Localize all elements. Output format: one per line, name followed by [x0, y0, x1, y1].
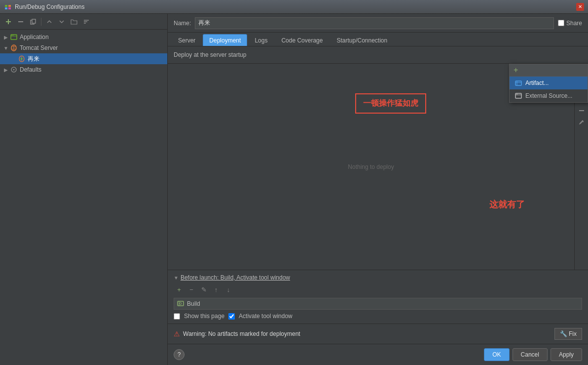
defaults-icon: [10, 66, 18, 74]
help-button[interactable]: ?: [174, 349, 184, 360]
main-layout: ▶ Application ▼: [0, 14, 588, 365]
application-label: Application: [20, 34, 49, 41]
warning-bar: ⚠ Warning: No artifacts marked for deplo…: [168, 324, 588, 344]
title-bar: Run/Debug Configurations ✕: [0, 0, 588, 14]
activate-tool-window-checkbox[interactable]: [228, 313, 235, 320]
launch-up-button[interactable]: ↑: [211, 284, 221, 295]
build-label: Build: [187, 300, 200, 307]
annotation-text-2: 这就有了: [489, 199, 525, 210]
build-icon: [177, 300, 184, 307]
help-area: ?: [174, 349, 481, 360]
remove-deploy-button[interactable]: [576, 105, 587, 116]
share-checkbox[interactable]: [558, 20, 564, 26]
share-label: Share: [566, 20, 582, 27]
dropdown-add-button[interactable]: +: [514, 66, 518, 74]
move-up-button[interactable]: [44, 16, 55, 27]
expand-arrow-tomcat: ▼: [3, 45, 9, 51]
fix-button-label: 🔧 Fix: [560, 330, 577, 337]
close-button[interactable]: ✕: [576, 3, 584, 11]
fix-button[interactable]: 🔧 Fix: [554, 328, 582, 340]
external-source-icon: [514, 92, 522, 100]
folder-button[interactable]: [69, 16, 79, 27]
dropdown-item-artifact[interactable]: Artifact...: [510, 77, 588, 89]
artifact-label: Artifact...: [525, 80, 549, 86]
tab-deployment[interactable]: Deployment: [203, 34, 247, 46]
copy-config-button[interactable]: [28, 16, 38, 27]
build-item: Build: [174, 298, 582, 310]
before-launch-label: Before launch: Build, Activate tool wind…: [181, 274, 290, 281]
launch-add-button[interactable]: +: [174, 284, 184, 295]
dropdown-item-external[interactable]: External Source...: [510, 89, 588, 102]
tomcat-label: Tomcat Server: [20, 44, 58, 51]
name-input[interactable]: [195, 17, 554, 29]
add-dropdown: + Artifact...: [509, 64, 588, 103]
edit-deploy-button[interactable]: [576, 117, 587, 128]
annotation-box-1: 一顿操作猛如虎: [355, 93, 426, 114]
tree-item-application[interactable]: ▶ Application: [0, 32, 167, 42]
separator1: [41, 18, 41, 26]
deploy-body: 一顿操作猛如虎 Nothing to deploy 这就有了: [168, 64, 588, 270]
tomcat-icon: [10, 44, 18, 52]
cancel-button[interactable]: Cancel: [513, 348, 548, 361]
expand-arrow-defaults: ▶: [3, 67, 9, 73]
dropdown-header: +: [510, 64, 588, 77]
launch-remove-button[interactable]: −: [186, 284, 197, 295]
tab-logs[interactable]: Logs: [248, 34, 274, 46]
show-this-page-row: Show this page Activate tool window: [174, 313, 582, 320]
svg-point-14: [11, 35, 12, 36]
footer-buttons: ? OK Cancel Apply: [168, 344, 588, 365]
name-row: Name: Share: [168, 14, 588, 33]
svg-rect-23: [515, 81, 521, 85]
collapse-arrow: ▼: [174, 275, 179, 281]
launch-down-button[interactable]: ↓: [223, 284, 234, 295]
svg-rect-1: [8, 5, 11, 7]
nothing-to-deploy: Nothing to deploy: [348, 163, 394, 170]
apply-button[interactable]: Apply: [551, 348, 582, 361]
deploy-header: Deploy at the server startup: [168, 46, 588, 64]
before-launch-header[interactable]: ▼ Before launch: Build, Activate tool wi…: [174, 274, 582, 281]
side-actions: + Artifact...: [574, 64, 588, 270]
tab-server[interactable]: Server: [172, 34, 202, 46]
svg-rect-0: [5, 5, 7, 7]
config-tree: ▶ Application ▼: [0, 30, 167, 365]
launch-edit-button[interactable]: ✎: [198, 284, 209, 295]
expand-arrow-application: ▶: [3, 34, 9, 40]
zaijian-label: 再来: [28, 55, 39, 63]
sidebar: ▶ Application ▼: [0, 14, 168, 365]
svg-rect-31: [178, 301, 184, 306]
tabs-bar: Server Deployment Logs Code Coverage Sta…: [168, 33, 588, 46]
application-icon: [10, 33, 18, 41]
remove-config-button[interactable]: [15, 16, 26, 27]
window-title: Run/Debug Configurations: [15, 3, 584, 10]
warning-icon: ⚠: [174, 330, 180, 338]
tree-item-defaults[interactable]: ▶ Defaults: [0, 64, 167, 75]
svg-rect-3: [8, 7, 11, 9]
run-config-icon: [18, 55, 26, 63]
window-icon: [4, 3, 12, 11]
svg-point-33: [180, 303, 182, 305]
defaults-label: Defaults: [20, 66, 41, 73]
add-config-button[interactable]: [3, 16, 14, 27]
svg-rect-2: [5, 7, 7, 9]
svg-marker-20: [21, 58, 23, 60]
right-panel: Name: Share Server Deployment Logs Code …: [168, 14, 588, 365]
tab-startup-connection[interactable]: Startup/Connection: [330, 34, 394, 46]
sort-button[interactable]: [81, 16, 92, 27]
tree-item-zaijian[interactable]: 再来: [0, 53, 167, 64]
move-down-button[interactable]: [56, 16, 67, 27]
content-area: Deploy at the server startup 一顿操作猛如虎 Not…: [168, 46, 588, 365]
name-label: Name:: [174, 20, 191, 27]
tree-item-tomcat[interactable]: ▼ Tomcat Server: [0, 42, 167, 53]
before-launch-section: ▼ Before launch: Build, Activate tool wi…: [168, 270, 588, 324]
svg-point-22: [13, 69, 15, 71]
svg-point-15: [13, 35, 14, 36]
show-this-page-checkbox[interactable]: [174, 313, 180, 320]
launch-toolbar: + − ✎ ↑ ↓: [174, 284, 582, 295]
show-this-page-label: Show this page: [184, 313, 224, 320]
svg-rect-26: [515, 93, 521, 98]
external-source-label: External Source...: [525, 92, 572, 99]
ok-button[interactable]: OK: [484, 348, 509, 361]
svg-rect-8: [32, 19, 36, 23]
tab-code-coverage[interactable]: Code Coverage: [275, 34, 329, 46]
share-row: Share: [558, 20, 582, 27]
